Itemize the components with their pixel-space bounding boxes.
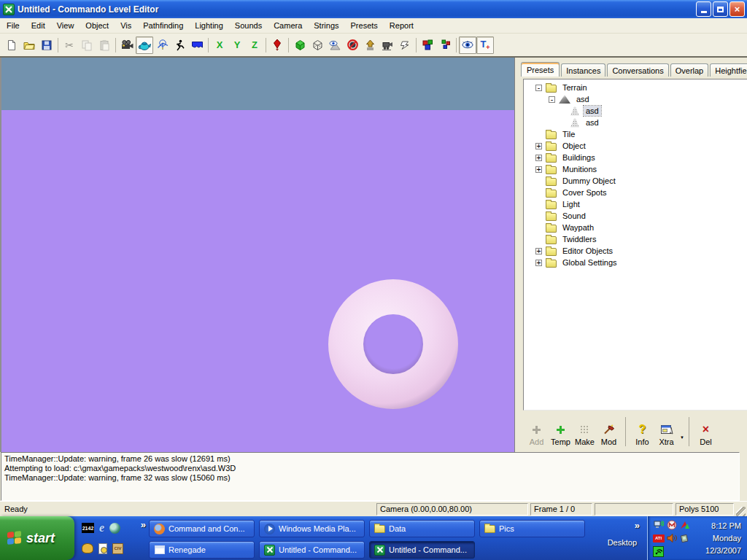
open-file-button[interactable]: [20, 36, 38, 54]
make-button[interactable]: Make: [573, 416, 597, 448]
chevron-icon[interactable]: »: [141, 519, 146, 530]
viewport-3d[interactable]: [0, 58, 515, 452]
menu-object[interactable]: Object: [80, 20, 115, 31]
menu-vis[interactable]: Vis: [115, 20, 137, 31]
manual-vis-button[interactable]: [361, 36, 379, 54]
tree-item-terrain[interactable]: - Terrain: [525, 82, 747, 93]
sync-device-icon[interactable]: [680, 533, 690, 543]
tray-clock[interactable]: 8:12 PM Monday 12/3/2007: [694, 520, 741, 557]
new-file-button[interactable]: [3, 36, 20, 54]
task-data-folder[interactable]: Data: [369, 520, 475, 537]
tree-item-asd[interactable]: - asd: [525, 93, 747, 105]
collapse-icon[interactable]: -: [549, 96, 555, 103]
add-button[interactable]: Add: [525, 416, 549, 448]
temp-button[interactable]: Temp: [549, 416, 573, 448]
volume-icon[interactable]: [667, 533, 677, 543]
tree-item-editor-objects[interactable]: + Editor Objects: [525, 245, 747, 257]
info-button[interactable]: ? Info: [630, 416, 654, 448]
copy-button[interactable]: [78, 36, 96, 54]
collapse-icon[interactable]: -: [535, 85, 542, 91]
wireframe-mode-button[interactable]: [309, 36, 326, 54]
tree-item-munitions[interactable]: + Munitions: [525, 163, 747, 175]
task-level-editor-2-active[interactable]: Untitled - Command...: [369, 541, 475, 559]
drop-to-ground-button[interactable]: [268, 36, 286, 54]
axis-z-button[interactable]: Z: [246, 36, 263, 54]
tab-overlap[interactable]: Overlap: [670, 63, 709, 77]
desktop-label[interactable]: Desktop: [608, 538, 637, 547]
expand-icon[interactable]: +: [535, 143, 542, 149]
toggle-visibility-button[interactable]: [459, 36, 476, 54]
expand-icon[interactable]: +: [535, 166, 542, 173]
task-level-editor-1[interactable]: Untitled - Command...: [259, 541, 365, 559]
pedestrian-button[interactable]: [171, 36, 188, 54]
waypoint-flag-button[interactable]: [188, 36, 206, 54]
tree-item-asd-instance[interactable]: asd: [525, 105, 747, 117]
menu-pathfinding[interactable]: Pathfinding: [137, 20, 189, 31]
start-button[interactable]: start: [0, 516, 74, 560]
menu-strings[interactable]: Strings: [308, 20, 344, 31]
tree-item-tile[interactable]: Tile: [525, 128, 747, 140]
cut-button[interactable]: ✂: [61, 36, 78, 54]
teapot-display-button[interactable]: [136, 36, 153, 54]
task-pics-folder[interactable]: Pics: [479, 520, 585, 537]
preset-tree[interactable]: - Terrain - asd asd asd: [523, 79, 747, 411]
menu-camera[interactable]: Camera: [268, 20, 308, 31]
axis-gizmo-button[interactable]: [153, 36, 171, 54]
vis-window-button[interactable]: [396, 36, 414, 54]
green-orb-icon[interactable]: [109, 523, 120, 534]
task-windows-media-player[interactable]: Windows Media Pla...: [259, 520, 365, 537]
tree-item-waypath[interactable]: Waypath: [525, 222, 747, 233]
chevron-icon[interactable]: »: [635, 520, 640, 531]
xtra-button[interactable]: Xtra: [654, 416, 678, 448]
tree-item-light[interactable]: Light: [525, 198, 747, 210]
delete-button[interactable]: × Del: [694, 416, 718, 448]
expand-icon[interactable]: +: [535, 248, 542, 254]
solid-mode-button[interactable]: [291, 36, 309, 54]
task-renegade[interactable]: Renegade: [149, 541, 255, 559]
menu-presets[interactable]: Presets: [345, 20, 384, 31]
bf2142-icon[interactable]: 2142: [82, 523, 94, 533]
minimize-button[interactable]: [696, 1, 711, 17]
expand-icon[interactable]: +: [535, 155, 542, 161]
internet-explorer-icon[interactable]: e: [99, 521, 104, 534]
vis-sectors-button[interactable]: [326, 36, 344, 54]
tree-item-asd-instance[interactable]: asd: [525, 117, 747, 128]
tree-item-sound[interactable]: Sound: [525, 210, 747, 222]
civ-icon[interactable]: CIV: [112, 543, 123, 554]
menu-file[interactable]: File: [1, 20, 26, 31]
save-button[interactable]: [38, 36, 55, 54]
mod-button[interactable]: Mod: [597, 416, 621, 448]
menu-lighting[interactable]: Lighting: [189, 20, 229, 31]
tree-item-buildings[interactable]: + Buildings: [525, 152, 747, 163]
expand-icon[interactable]: +: [535, 260, 542, 266]
wireless-icon[interactable]: [653, 546, 664, 557]
menu-report[interactable]: Report: [384, 20, 419, 31]
tree-item-global-settings[interactable]: + Global Settings: [525, 257, 747, 268]
close-button[interactable]: ×: [729, 1, 745, 17]
tree-item-cover-spots[interactable]: Cover Spots: [525, 187, 747, 198]
maximize-button[interactable]: [713, 1, 728, 17]
ati-tray-icon[interactable]: ATI: [653, 534, 665, 542]
messenger-icon[interactable]: [667, 520, 677, 530]
ungroup-objects-button[interactable]: [436, 36, 454, 54]
render-camera-button[interactable]: [118, 36, 136, 54]
tab-presets[interactable]: Presets: [521, 62, 560, 77]
ati-pointer-icon[interactable]: [680, 520, 690, 530]
tab-conversations[interactable]: Conversations: [607, 63, 668, 77]
task-command-and-conquer[interactable]: Command and Con...: [149, 520, 255, 537]
tree-item-dummy-object[interactable]: Dummy Object: [525, 175, 747, 187]
cat-icon[interactable]: [82, 543, 93, 553]
paste-button[interactable]: [96, 36, 113, 54]
xtra-dropdown-arrow[interactable]: ▼: [680, 435, 684, 440]
smiley-doc-icon[interactable]: [98, 543, 107, 554]
vis-disable-button[interactable]: [344, 36, 361, 54]
menu-view[interactable]: View: [51, 20, 80, 31]
menu-sounds[interactable]: Sounds: [229, 20, 268, 31]
menu-edit[interactable]: Edit: [26, 20, 51, 31]
tree-item-twiddlers[interactable]: Twiddlers: [525, 233, 747, 245]
resize-grip[interactable]: [736, 507, 746, 516]
axis-x-button[interactable]: X: [211, 36, 228, 54]
axis-y-button[interactable]: Y: [228, 36, 246, 54]
tab-instances[interactable]: Instances: [561, 63, 605, 77]
group-objects-button[interactable]: [419, 36, 436, 54]
